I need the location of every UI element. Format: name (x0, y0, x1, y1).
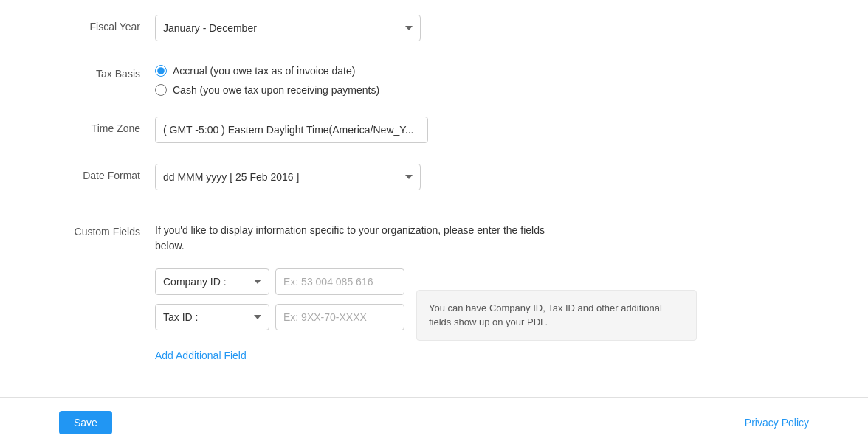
date-format-control: dd MMM yyyy [ 25 Feb 2016 ] MM/dd/yyyy [… (155, 164, 809, 190)
tax-id-row: Tax ID : Company ID : VAT Number : (155, 304, 404, 330)
fiscal-year-select[interactable]: January - December February - January Ma… (155, 15, 421, 41)
fiscal-year-label: Fiscal Year (59, 15, 155, 32)
company-id-input[interactable] (275, 268, 404, 295)
tax-basis-control: Accrual (you owe tax as of invoice date)… (155, 62, 809, 96)
custom-fields-description: If you'd like to display information spe… (155, 223, 554, 254)
tax-basis-radio-group: Accrual (you owe tax as of invoice date)… (155, 62, 809, 96)
custom-fields-info-box: You can have Company ID, Tax ID and othe… (416, 290, 697, 341)
tax-id-select[interactable]: Tax ID : Company ID : VAT Number : (155, 304, 269, 330)
timezone-control (155, 117, 809, 143)
timezone-input[interactable] (155, 117, 428, 143)
date-format-label: Date Format (59, 164, 155, 181)
fiscal-year-control: January - December February - January Ma… (155, 15, 809, 41)
custom-fields-grid: Company ID : Tax ID : VAT Number : Tax I… (155, 268, 809, 361)
footer: Save Privacy Policy (0, 397, 868, 444)
accrual-label: Accrual (you owe tax as of invoice date) (173, 65, 355, 77)
accrual-radio[interactable] (155, 65, 167, 77)
timezone-label: Time Zone (59, 117, 155, 134)
custom-fields-inputs: Company ID : Tax ID : VAT Number : Tax I… (155, 268, 404, 361)
date-format-row: Date Format dd MMM yyyy [ 25 Feb 2016 ] … (59, 164, 809, 190)
company-id-row: Company ID : Tax ID : VAT Number : (155, 268, 404, 295)
tax-basis-row: Tax Basis Accrual (you owe tax as of inv… (59, 62, 809, 96)
tax-basis-accrual[interactable]: Accrual (you owe tax as of invoice date) (155, 65, 809, 77)
company-id-select[interactable]: Company ID : Tax ID : VAT Number : (155, 268, 269, 295)
tax-basis-label: Tax Basis (59, 62, 155, 80)
date-format-select[interactable]: dd MMM yyyy [ 25 Feb 2016 ] MM/dd/yyyy [… (155, 164, 421, 190)
main-form: Fiscal Year January - December February … (0, 0, 868, 397)
tax-basis-cash[interactable]: Cash (you owe tax upon receiving payment… (155, 84, 809, 96)
timezone-row: Time Zone (59, 117, 809, 143)
fiscal-year-row: Fiscal Year January - December February … (59, 15, 809, 41)
custom-fields-label: Custom Fields (59, 223, 155, 237)
tax-id-input[interactable] (275, 304, 404, 330)
custom-fields-content: If you'd like to display information spe… (155, 223, 809, 361)
custom-fields-section: Custom Fields If you'd like to display i… (59, 223, 809, 361)
privacy-policy-link[interactable]: Privacy Policy (745, 417, 809, 429)
save-button[interactable]: Save (59, 411, 112, 434)
add-additional-field-link[interactable]: Add Additional Field (155, 350, 404, 361)
cash-radio[interactable] (155, 84, 167, 96)
cash-label: Cash (you owe tax upon receiving payment… (173, 84, 379, 96)
